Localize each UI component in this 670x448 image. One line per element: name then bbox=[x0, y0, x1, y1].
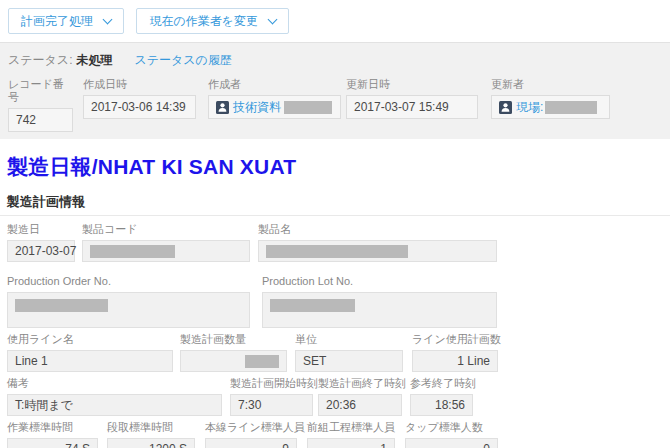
field-value: 1 bbox=[307, 438, 395, 448]
page-title: 製造日報/NHAT KI SAN XUAT bbox=[7, 153, 663, 181]
change-current-worker-button-label: 現在の作業者を変更 bbox=[149, 13, 258, 30]
line-use-plan-count-value: 1 Line bbox=[457, 354, 490, 368]
status-history-link[interactable]: ステータスの履歴 bbox=[134, 53, 231, 67]
field-label: 使用ライン名 bbox=[7, 332, 173, 346]
unit-value: SET bbox=[303, 354, 326, 368]
field-label: Production Lot No. bbox=[262, 274, 497, 288]
field-product-name: 製品名 bbox=[258, 222, 497, 262]
field-remarks: 備考 T:時間まで bbox=[7, 376, 222, 416]
field-value: 技術資料 bbox=[208, 95, 341, 119]
field-value: 2017-03-07 bbox=[7, 240, 75, 262]
toolbar: 計画完了処理 現在の作業者を変更 bbox=[0, 0, 670, 42]
plan-end-time-value: 20:36 bbox=[326, 398, 356, 412]
form-row: Production Order No. Production Lot No. bbox=[7, 274, 663, 328]
field-created-by: 作成者 技術資料 bbox=[208, 78, 341, 132]
form-row: 製造日 2017-03-07 製品コード 製品名 bbox=[7, 222, 663, 262]
field-production-date: 製造日 2017-03-07 bbox=[7, 222, 75, 262]
line-name-value: Line 1 bbox=[15, 354, 48, 368]
updated-at-value: 2017-03-07 15:49 bbox=[354, 100, 449, 114]
field-value: 0 bbox=[405, 438, 498, 448]
field-label: 段取標準時間 bbox=[107, 420, 195, 434]
status-row: ステータス:未処理ステータスの履歴 bbox=[8, 52, 662, 69]
field-line-use-plan-count: ライン使用計画数 1 Line bbox=[412, 332, 498, 372]
change-current-worker-button[interactable]: 現在の作業者を変更 bbox=[136, 8, 289, 34]
field-plan-start-time: 製造計画開始時刻 7:30 bbox=[230, 376, 313, 416]
field-label: タップ標準人数 bbox=[405, 420, 498, 434]
updated-by-user-link[interactable]: 現場: bbox=[516, 99, 543, 116]
redacted-value bbox=[545, 101, 597, 114]
field-plan-end-time: 製造計画終了時刻 20:36 bbox=[318, 376, 402, 416]
field-value: 18:56 bbox=[410, 394, 473, 416]
field-label: 製造計画終了時刻 bbox=[318, 376, 402, 390]
field-value bbox=[7, 292, 250, 328]
field-value bbox=[262, 292, 497, 328]
field-label: ライン使用計画数 bbox=[412, 332, 498, 346]
field-preassembly-std-staff: 前組工程標準人員 1 bbox=[307, 420, 395, 448]
section-title: 製造計画情報 bbox=[7, 194, 663, 210]
status-band: ステータス:未処理ステータスの履歴 レコード番号 742 作成日時 2017-0… bbox=[0, 42, 670, 139]
field-reference-end-time: 参考終了時刻 18:56 bbox=[410, 376, 473, 416]
field-value bbox=[180, 350, 287, 372]
field-value bbox=[258, 240, 497, 262]
field-production-lot-no: Production Lot No. bbox=[262, 274, 497, 328]
field-label: 作成者 bbox=[208, 78, 341, 91]
redacted-value bbox=[90, 245, 175, 258]
remarks-value: T:時間まで bbox=[15, 397, 73, 414]
user-icon bbox=[499, 101, 512, 114]
tap-std-staff-value: 0 bbox=[483, 442, 490, 448]
field-label: 製品コード bbox=[82, 222, 250, 236]
chevron-down-icon bbox=[268, 15, 278, 25]
field-label: 製造日 bbox=[7, 222, 75, 236]
record-body: 製造日報/NHAT KI SAN XUAT 製造計画情報 製造日 2017-03… bbox=[0, 153, 670, 448]
created-by-user-link[interactable]: 技術資料 bbox=[233, 99, 281, 116]
reference-end-time-value: 18:56 bbox=[435, 398, 465, 412]
field-value: 1200 S bbox=[107, 438, 195, 448]
field-updated-at: 更新日時 2017-03-07 15:49 bbox=[346, 78, 478, 132]
field-value: 2017-03-07 15:49 bbox=[346, 95, 478, 119]
plan-complete-button[interactable]: 計画完了処理 bbox=[8, 8, 124, 34]
production-date-value: 2017-03-07 bbox=[15, 244, 76, 258]
chevron-down-icon bbox=[103, 15, 113, 25]
redacted-value bbox=[284, 101, 332, 114]
field-product-code: 製品コード bbox=[82, 222, 250, 262]
field-value: T:時間まで bbox=[7, 394, 222, 416]
field-label: 製品名 bbox=[258, 222, 497, 236]
status-value: 未処理 bbox=[76, 53, 112, 67]
field-label: Production Order No. bbox=[7, 274, 250, 288]
field-label: 製造計画開始時刻 bbox=[230, 376, 313, 390]
field-record-number: レコード番号 742 bbox=[8, 78, 73, 132]
form-row: 使用ライン名 Line 1 製造計画数量 単位 SET ライン使用計画数 bbox=[7, 332, 663, 372]
field-label: 備考 bbox=[7, 376, 222, 390]
field-label: 前組工程標準人員 bbox=[307, 420, 395, 434]
section-divider bbox=[0, 215, 670, 216]
status-label: ステータス: bbox=[8, 53, 72, 67]
record-meta-row: レコード番号 742 作成日時 2017-03-06 14:39 作成者 技術資… bbox=[8, 78, 662, 132]
plan-complete-button-label: 計画完了処理 bbox=[21, 13, 93, 30]
work-std-time-value: 74 S bbox=[65, 442, 90, 448]
setup-std-time-value: 1200 S bbox=[149, 442, 187, 448]
field-label: 更新日時 bbox=[346, 78, 478, 91]
created-at-value: 2017-03-06 14:39 bbox=[91, 100, 186, 114]
field-setup-std-time: 段取標準時間 1200 S bbox=[107, 420, 195, 448]
field-value: 現場: bbox=[491, 95, 610, 119]
field-value bbox=[82, 240, 250, 262]
plan-start-time-value: 7:30 bbox=[238, 398, 261, 412]
field-value: 742 bbox=[8, 108, 73, 132]
field-updated-by: 更新者 現場: bbox=[491, 78, 610, 132]
record-number-value: 742 bbox=[16, 113, 36, 127]
field-plan-quantity: 製造計画数量 bbox=[180, 332, 287, 372]
field-label: 更新者 bbox=[491, 78, 610, 91]
field-label: 参考終了時刻 bbox=[410, 376, 473, 390]
field-value: 9 bbox=[205, 438, 297, 448]
form-row: 備考 T:時間まで 製造計画開始時刻 7:30 製造計画終了時刻 20:36 参… bbox=[7, 376, 663, 416]
field-main-line-std-staff: 本線ライン標準人員 9 bbox=[205, 420, 297, 448]
field-label: 作業標準時間 bbox=[7, 420, 98, 434]
redacted-value bbox=[266, 245, 408, 258]
field-work-std-time: 作業標準時間 74 S bbox=[7, 420, 98, 448]
redacted-value bbox=[270, 299, 355, 312]
field-unit: 単位 SET bbox=[295, 332, 403, 372]
field-value: SET bbox=[295, 350, 403, 372]
field-value: 2017-03-06 14:39 bbox=[83, 95, 196, 119]
field-label: 本線ライン標準人員 bbox=[205, 420, 297, 434]
preassembly-std-staff-value: 1 bbox=[380, 442, 387, 448]
